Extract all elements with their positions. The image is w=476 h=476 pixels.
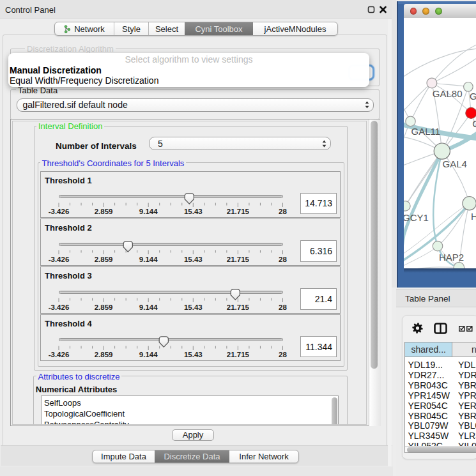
svg-text:GAL4: GAL4 — [442, 158, 466, 169]
svg-text:C: C — [472, 118, 476, 129]
svg-text:GCY1: GCY1 — [404, 212, 429, 223]
svg-text:H: H — [471, 211, 476, 222]
svg-text:GAL80: GAL80 — [432, 88, 462, 99]
svg-text:GAL11: GAL11 — [411, 126, 440, 137]
svg-text:GAL: GAL — [469, 91, 476, 102]
svg-text:HAP2: HAP2 — [438, 252, 463, 263]
